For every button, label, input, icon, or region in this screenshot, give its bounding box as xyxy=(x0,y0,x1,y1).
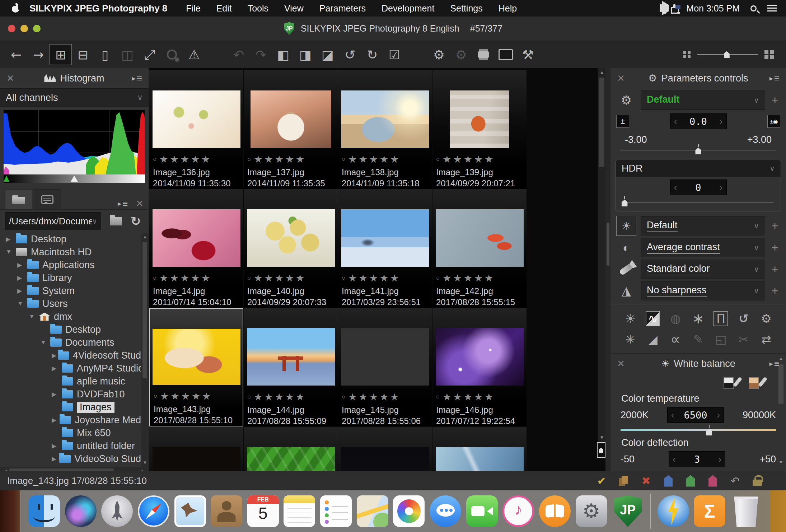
thumbnail-cell[interactable]: ○ ★★★★★ Image_144.jpg 2017/08/28 15:55:0… xyxy=(244,308,338,426)
next-image-button[interactable] xyxy=(27,44,50,65)
white-balance-add-button[interactable]: + xyxy=(769,219,780,233)
thumbnail-cell[interactable]: ○ ★★★★★ Image_137.jpg 2014/11/09 11:35:3… xyxy=(244,70,338,189)
disclosure-arrow-icon[interactable] xyxy=(17,300,27,307)
color-dropdown[interactable]: Standard color ∨ xyxy=(641,260,765,279)
menu-item[interactable]: Tools xyxy=(248,3,268,13)
dock-maps[interactable] xyxy=(357,495,388,527)
sphere-tool[interactable] xyxy=(666,309,685,328)
thumbnail-view-button[interactable] xyxy=(50,44,72,65)
rating-stars[interactable]: ○ ★★★★★ xyxy=(247,154,306,165)
exposure-slider-thumb[interactable] xyxy=(695,148,701,154)
tab-folders[interactable] xyxy=(5,189,32,209)
thumbnail-cell[interactable]: ○ ★★★★★ xyxy=(149,427,243,471)
thumbnail-image[interactable] xyxy=(450,90,509,148)
dock-launchpad[interactable] xyxy=(101,495,133,527)
stepper-increase-icon[interactable]: › xyxy=(718,454,721,465)
dock-mail[interactable] xyxy=(174,495,206,527)
thumbnail-image[interactable] xyxy=(247,328,335,386)
dock-reminders[interactable] xyxy=(320,495,352,527)
menu-clock[interactable]: Mon 3:05 PM xyxy=(686,3,740,14)
temperature-stepper[interactable]: ‹ 6500 › xyxy=(667,407,724,423)
wb-fine-tool[interactable] xyxy=(621,309,640,328)
dock-notes[interactable] xyxy=(284,495,315,527)
menu-app-name[interactable]: SILKYPIX JPEG Photography 8 xyxy=(29,3,167,14)
transfer-tool[interactable] xyxy=(757,330,776,349)
hdr-stepper[interactable]: ‹ 0 › xyxy=(670,179,727,195)
menu-item[interactable]: File xyxy=(186,3,200,13)
delete-status-icon[interactable] xyxy=(639,474,653,488)
warning-display-button[interactable] xyxy=(183,44,205,65)
dock-itunes[interactable]: ♪ xyxy=(502,495,534,527)
highlight-tool[interactable] xyxy=(643,330,663,349)
dock-contacts[interactable] xyxy=(211,495,242,527)
scroll-down-icon[interactable]: ▼ xyxy=(777,459,785,465)
color-fine-tool[interactable] xyxy=(688,309,708,328)
gray-balance-dropper-icon[interactable] xyxy=(724,376,739,390)
check-display-button[interactable] xyxy=(383,44,406,65)
tree-item[interactable]: dmx xyxy=(0,310,149,323)
channel-selector[interactable]: All channels ∨ xyxy=(0,88,149,107)
rating-stars[interactable]: ○ ★★★★★ xyxy=(153,154,212,165)
thumbnail-image[interactable] xyxy=(153,209,240,267)
partial-correction-tool[interactable] xyxy=(711,330,731,349)
develop-mark3-button[interactable] xyxy=(317,44,339,65)
menu-item[interactable]: Settings xyxy=(450,3,482,13)
loupe-button[interactable] xyxy=(161,44,183,65)
thumbnail-image[interactable] xyxy=(247,209,335,267)
thumbnail-image[interactable] xyxy=(436,209,524,267)
tree-item[interactable]: VideoSolo Studio xyxy=(0,452,149,465)
tree-item[interactable]: Macintosh HD xyxy=(0,246,149,258)
lock-status-icon[interactable] xyxy=(750,474,764,488)
develop-mark2-button[interactable] xyxy=(294,44,317,65)
stepper-decrease-icon[interactable]: ‹ xyxy=(674,182,677,193)
tree-item[interactable]: Library xyxy=(0,271,149,284)
histogram-close-icon[interactable]: ✕ xyxy=(6,73,14,84)
dock-silkypix[interactable]: JP xyxy=(612,495,644,527)
stepper-increase-icon[interactable]: › xyxy=(717,410,720,421)
tree-item[interactable]: System xyxy=(0,284,149,297)
thumbnail-cell[interactable]: ○ ★★★★★ Image_14.jpg 2011/07/14 15:04:10 xyxy=(149,189,243,308)
scroll-down-icon[interactable]: ▼ xyxy=(598,435,605,440)
tone-curve-tool[interactable] xyxy=(643,309,663,328)
deflection-stepper[interactable]: ‹ 3 › xyxy=(669,451,725,467)
hdr-dropdown[interactable]: HDR ∨ xyxy=(616,160,781,177)
taste-dropdown[interactable]: Default ∨ xyxy=(641,90,765,110)
thumbnail-image[interactable] xyxy=(341,328,429,386)
check-status-icon[interactable] xyxy=(594,474,609,488)
menu-item[interactable]: Parameters xyxy=(319,3,366,13)
brush-tool[interactable] xyxy=(688,330,708,349)
tree-item[interactable]: untitled folder xyxy=(0,439,149,452)
folder-panel-close-icon[interactable]: ✕ xyxy=(136,198,144,209)
tree-item[interactable]: Users xyxy=(0,297,149,310)
thumbnail-cell[interactable]: ○ ★★★★★ Image_146.jpg 2017/07/12 19:22:5… xyxy=(432,308,527,426)
tree-item[interactable]: Applications xyxy=(0,258,149,271)
thumbnail-image[interactable] xyxy=(341,90,429,148)
mark-pink-icon[interactable] xyxy=(706,474,720,488)
rotate-left-button[interactable] xyxy=(339,44,361,65)
white-balance-dropdown[interactable]: Default ∨ xyxy=(641,216,765,235)
scroll-up-icon[interactable]: ▲ xyxy=(141,234,149,239)
contrast-dropdown[interactable]: Average contrast ∨ xyxy=(641,238,765,257)
develop-mark1-button[interactable] xyxy=(272,44,294,65)
midtone-marker[interactable] xyxy=(71,176,78,182)
dock-messages[interactable] xyxy=(430,495,461,527)
dock-lightning-app[interactable] xyxy=(658,495,689,527)
scroll-up-icon[interactable]: ▲ xyxy=(598,70,605,75)
menu-item[interactable]: Help xyxy=(499,3,517,13)
thumbnail-preview-view-button[interactable] xyxy=(72,44,94,65)
rating-stars[interactable]: ○ ★★★★★ xyxy=(436,272,495,284)
thumbnail-cell[interactable]: ○ ★★★★★ Image_143.jpg 2017/08/28 15:55:1… xyxy=(149,308,243,426)
thumbnail-size-large-icon[interactable] xyxy=(764,50,774,59)
rating-stars[interactable]: ○ ★★★★★ xyxy=(154,391,212,402)
stepper-decrease-icon[interactable]: ‹ xyxy=(671,410,674,421)
disclosure-arrow-icon[interactable] xyxy=(29,313,39,320)
tree-item[interactable]: Desktop xyxy=(0,233,149,246)
develop-marked-button[interactable] xyxy=(450,44,472,65)
color-add-button[interactable]: + xyxy=(769,263,780,276)
thumbnail-image[interactable] xyxy=(247,447,335,471)
taste-add-button[interactable]: + xyxy=(769,94,780,107)
settings-tool[interactable] xyxy=(757,309,776,328)
tree-item[interactable]: 4Videosoft Studio xyxy=(0,349,149,362)
tree-item[interactable]: Documents xyxy=(0,336,149,349)
white-balance-panel-menu-icon[interactable] xyxy=(769,358,780,369)
